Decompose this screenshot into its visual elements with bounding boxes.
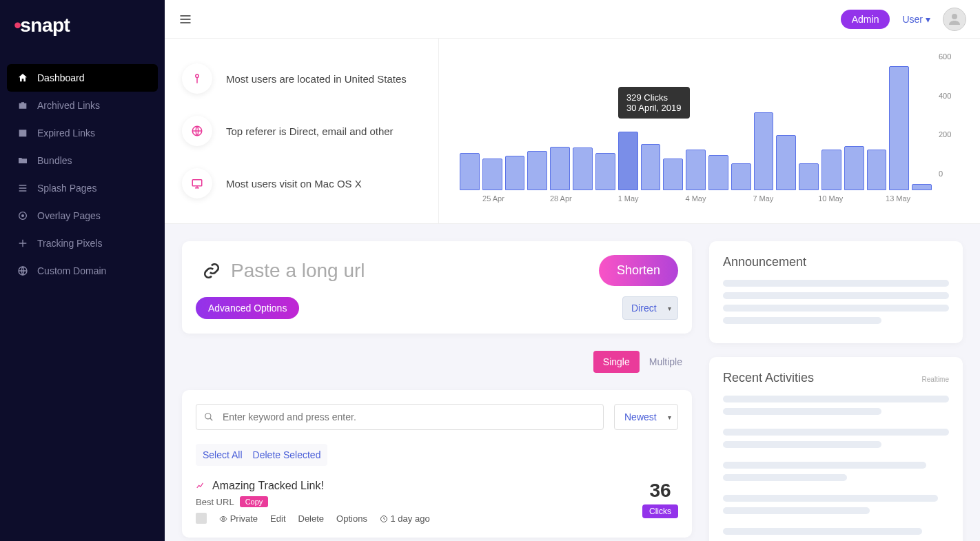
chart-bar[interactable]: [663, 159, 683, 190]
announcement-title: Announcement: [723, 255, 806, 269]
svg-point-1: [22, 215, 24, 217]
mode-tabs: Single Multiple: [182, 351, 692, 373]
tooltip-clicks: 329 Clicks: [626, 92, 682, 103]
redirect-select[interactable]: Direct: [622, 296, 678, 320]
chart-bar[interactable]: [867, 150, 887, 190]
clicks-badge: Clicks: [642, 504, 678, 518]
chart-bar[interactable]: [595, 153, 615, 190]
url-input[interactable]: [231, 260, 589, 282]
links-card: Newest Select All Delete Selected: [182, 390, 692, 538]
link-checkbox[interactable]: [196, 513, 207, 524]
svg-point-7: [205, 414, 211, 419]
private-toggle[interactable]: Private: [219, 513, 258, 524]
briefcase-icon: [17, 100, 29, 111]
link-title[interactable]: Amazing Tracked Link!: [212, 480, 324, 492]
skeleton-line: [723, 474, 847, 481]
admin-badge[interactable]: Admin: [841, 10, 890, 29]
select-all-link[interactable]: Select All: [203, 449, 243, 460]
edit-link[interactable]: Edit: [270, 513, 285, 524]
chart-bar[interactable]: [686, 150, 706, 190]
skeleton-line: [723, 507, 870, 514]
chart-bar[interactable]: [550, 147, 570, 190]
svg-rect-6: [192, 180, 202, 186]
sidebar-item-domain[interactable]: Custom Domain: [7, 257, 158, 285]
chart-bar[interactable]: [460, 153, 480, 190]
chart-bar[interactable]: [844, 146, 864, 190]
skeleton-line: [723, 396, 949, 402]
skeleton-line: [723, 495, 938, 502]
calendar-icon: [17, 127, 29, 139]
sidebar-item-splash[interactable]: Splash Pages: [7, 174, 158, 202]
chart-line-icon: [196, 481, 205, 491]
chart-bar[interactable]: [889, 66, 909, 190]
svg-point-4: [196, 74, 199, 78]
chart-bar[interactable]: [573, 147, 593, 190]
chart-bar[interactable]: [527, 151, 547, 190]
tab-single[interactable]: Single: [593, 351, 640, 373]
x-axis: 25 Apr28 Apr1 May4 May7 May10 May13 May: [460, 194, 966, 203]
chart-bar[interactable]: [912, 184, 932, 190]
sidebar-item-bundles[interactable]: Bundles: [7, 147, 158, 174]
clicks-chart: 329 Clicks 30 April, 2019 6004002000 25 …: [439, 39, 980, 223]
tab-multiple[interactable]: Multiple: [640, 351, 692, 373]
home-icon: [17, 72, 29, 83]
delete-selected-link[interactable]: Delete Selected: [253, 449, 321, 460]
copy-button[interactable]: Copy: [240, 496, 269, 507]
chart-bar[interactable]: [482, 159, 502, 190]
chart-bar[interactable]: [708, 155, 728, 190]
nav-label: Dashboard: [37, 72, 85, 83]
folder-icon: [17, 155, 29, 166]
stat-location: Most users are located in United States: [182, 52, 421, 105]
sort-select[interactable]: Newest: [614, 404, 678, 430]
logo[interactable]: • snapt: [0, 0, 165, 50]
stat-text: Top referer is Direct, email and other: [226, 125, 394, 137]
sidebar-item-tracking[interactable]: Tracking Pixels: [7, 229, 158, 257]
skeleton-line: [723, 429, 949, 436]
sliders-icon: [17, 183, 29, 194]
recent-title: Recent Activities: [723, 371, 814, 385]
advanced-options-button[interactable]: Advanced Options: [196, 297, 299, 319]
recent-activities-card: Recent Activities Realtime: [709, 357, 963, 541]
sidebar-item-dashboard[interactable]: Dashboard: [7, 64, 158, 92]
options-link[interactable]: Options: [336, 513, 367, 524]
time-label: 1 day ago: [380, 513, 430, 524]
skeleton-line: [723, 408, 881, 415]
skeleton-line: [723, 305, 949, 312]
chart-tooltip: 329 Clicks 30 April, 2019: [618, 87, 690, 119]
chart-bar[interactable]: [731, 163, 751, 190]
hamburger-icon[interactable]: [178, 12, 192, 26]
shorten-card: Shorten Advanced Options Direct: [182, 241, 692, 334]
user-menu[interactable]: User ▾: [902, 14, 930, 25]
chart-bar[interactable]: [618, 132, 638, 190]
nav-label: Custom Domain: [37, 265, 106, 276]
chart-bar[interactable]: [821, 150, 841, 190]
chart-bar[interactable]: [505, 156, 525, 190]
nav-label: Splash Pages: [37, 183, 96, 194]
stat-text: Most users are located in United States: [226, 73, 407, 85]
chart-bar[interactable]: [641, 144, 661, 190]
sidebar-item-overlay[interactable]: Overlay Pages: [7, 202, 158, 229]
announcement-card: Announcement: [709, 241, 963, 343]
skeleton-line: [723, 462, 926, 469]
svg-point-8: [223, 518, 225, 520]
shorten-button[interactable]: Shorten: [599, 255, 678, 286]
logo-text: snapt: [20, 14, 70, 37]
sidebar-item-expired[interactable]: Expired Links: [7, 119, 158, 147]
chart-bar[interactable]: [754, 112, 774, 190]
sidebar-item-archived[interactable]: Archived Links: [7, 92, 158, 119]
skeleton-line: [723, 292, 949, 299]
chart-bar[interactable]: [799, 163, 819, 190]
link-row: Amazing Tracked Link! Best URL Copy: [196, 480, 678, 524]
realtime-label: Realtime: [922, 376, 949, 383]
chart-bar[interactable]: [776, 135, 796, 190]
avatar[interactable]: [943, 8, 966, 31]
skeleton-line: [723, 528, 922, 535]
nav-label: Archived Links: [37, 100, 100, 111]
monitor-icon: [182, 168, 212, 198]
user-label: User: [902, 14, 923, 25]
search-input[interactable]: [196, 404, 604, 430]
delete-link[interactable]: Delete: [298, 513, 325, 524]
link-icon: [203, 262, 221, 280]
sidebar: • snapt Dashboard Archived Links Expir: [0, 0, 165, 541]
stat-text: Most users visit on Mac OS X: [226, 178, 362, 190]
